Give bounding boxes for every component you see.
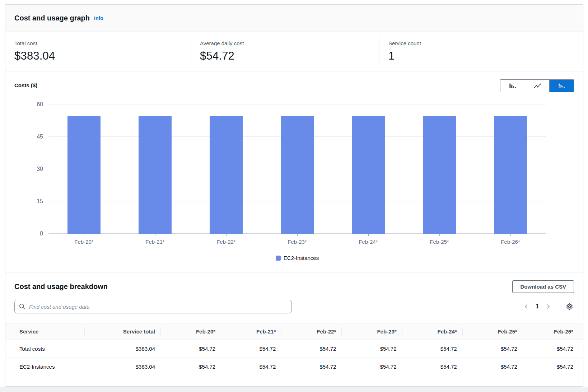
cost-breakdown-table: ServiceService totalFeb-20*Feb-21*Feb-22… bbox=[5, 323, 583, 376]
x-axis-tick bbox=[297, 234, 298, 236]
bar-chart-toggle-button[interactable] bbox=[500, 80, 525, 92]
x-axis-tick bbox=[226, 234, 227, 236]
previous-page-button[interactable] bbox=[522, 302, 531, 311]
stat-value: $54.72 bbox=[200, 50, 379, 62]
y-axis-tick-label: 30 bbox=[18, 166, 43, 172]
cost-value-cell: $54.72 bbox=[160, 340, 221, 358]
bar-slot bbox=[333, 104, 404, 234]
column-header: Feb-26* bbox=[523, 323, 583, 340]
search-box bbox=[14, 300, 292, 313]
x-axis-tick bbox=[510, 234, 511, 236]
bar-slot bbox=[48, 104, 120, 234]
bar-slot bbox=[191, 104, 262, 234]
stat-label: Total cost bbox=[14, 40, 191, 46]
stat-service-count: Service count 1 bbox=[379, 37, 583, 66]
chart-bar-feb-21[interactable] bbox=[139, 116, 172, 234]
chart-bar-feb-20[interactable] bbox=[67, 116, 101, 234]
column-header: Feb-21* bbox=[221, 323, 281, 340]
x-axis-tick bbox=[155, 234, 155, 236]
column-header: Feb-20* bbox=[160, 323, 221, 340]
cost-value-cell: $383.04 bbox=[84, 340, 160, 358]
stat-value: $383.04 bbox=[14, 50, 191, 62]
x-axis-tick bbox=[84, 234, 84, 236]
cost-value-cell: $54.72 bbox=[402, 340, 462, 358]
y-axis-tick-label: 0 bbox=[18, 230, 43, 237]
chart-type-toggle-group bbox=[500, 79, 574, 92]
column-header: Feb-23* bbox=[341, 323, 402, 340]
chart-bar-feb-23[interactable] bbox=[281, 116, 314, 234]
search-input[interactable] bbox=[14, 300, 292, 313]
cost-value-cell: $54.72 bbox=[160, 358, 221, 376]
y-axis-tick-label: 15 bbox=[18, 198, 43, 205]
cost-value-cell: $54.72 bbox=[462, 358, 523, 376]
x-axis-label: Feb-23* bbox=[262, 239, 333, 245]
table-preferences-button[interactable] bbox=[565, 302, 574, 311]
pager-divider bbox=[559, 302, 559, 311]
bar-chart-icon bbox=[509, 82, 516, 89]
chart-bar-feb-24[interactable] bbox=[352, 116, 385, 234]
chart-x-axis-labels: Feb-20*Feb-21*Feb-22*Feb-23*Feb-24*Feb-2… bbox=[48, 239, 546, 245]
cost-usage-card: Cost and usage graph Info Total cost $38… bbox=[5, 4, 583, 387]
column-header: Service bbox=[5, 323, 84, 340]
cost-value-cell: $54.72 bbox=[523, 340, 583, 358]
line-chart-icon bbox=[534, 82, 541, 89]
info-link[interactable]: Info bbox=[94, 15, 103, 21]
cost-value-cell: $54.72 bbox=[402, 358, 462, 376]
bar-slot bbox=[404, 104, 475, 234]
x-axis-label: Feb-26* bbox=[475, 239, 546, 245]
service-name-cell: Total costs bbox=[5, 340, 84, 358]
x-axis-label: Feb-22* bbox=[191, 239, 262, 245]
cost-value-cell: $54.72 bbox=[341, 340, 402, 358]
y-axis-tick-label: 60 bbox=[18, 101, 43, 108]
column-header: Feb-25* bbox=[462, 323, 523, 340]
x-axis-label: Feb-21* bbox=[120, 239, 191, 245]
x-axis-label: Feb-25* bbox=[404, 239, 475, 245]
summary-stats: Total cost $383.04 Average daily cost $5… bbox=[5, 32, 583, 71]
line-chart-toggle-button[interactable] bbox=[525, 80, 549, 92]
stat-total-cost: Total cost $383.04 bbox=[5, 37, 191, 66]
x-axis-label: Feb-24* bbox=[333, 239, 404, 245]
cost-value-cell: $54.72 bbox=[221, 340, 281, 358]
table-row: EC2-Instances$383.04$54.72$54.72$54.72$5… bbox=[5, 358, 583, 376]
stacked-bar-chart-toggle-button[interactable] bbox=[549, 80, 574, 92]
y-axis-tick-label: 45 bbox=[18, 134, 43, 140]
chart-bar-feb-22[interactable] bbox=[210, 116, 243, 234]
table-row: Total costs$383.04$54.72$54.72$54.72$54.… bbox=[5, 340, 583, 358]
cost-value-cell: $54.72 bbox=[281, 340, 341, 358]
bar-slot bbox=[120, 104, 191, 234]
chart-y-axis-title: Costs ($) bbox=[14, 79, 37, 88]
legend-swatch bbox=[276, 256, 281, 261]
pagination: 1 bbox=[522, 302, 574, 311]
bar-slot bbox=[475, 104, 546, 234]
column-header: Feb-22* bbox=[281, 323, 341, 340]
search-icon bbox=[19, 303, 25, 310]
chevron-left-icon bbox=[523, 304, 529, 309]
x-axis-tick bbox=[368, 234, 369, 236]
stat-value: 1 bbox=[388, 50, 583, 62]
bar-chart-plot: 015304560 bbox=[48, 104, 546, 234]
cost-value-cell: $54.72 bbox=[462, 340, 523, 358]
chart-bar-feb-26[interactable] bbox=[494, 116, 527, 234]
chart-bar-feb-25[interactable] bbox=[423, 116, 456, 234]
download-csv-button[interactable]: Download as CSV bbox=[512, 280, 574, 293]
chevron-right-icon bbox=[545, 304, 551, 309]
bar-slot bbox=[262, 104, 333, 234]
current-page-number[interactable]: 1 bbox=[536, 303, 539, 310]
breakdown-title: Cost and usage breakdown bbox=[14, 283, 108, 291]
cost-value-cell: $54.72 bbox=[221, 358, 281, 376]
cost-value-cell: $54.72 bbox=[281, 358, 341, 376]
chart-legend: EC2-Instances bbox=[48, 255, 546, 261]
legend-label: EC2-Instances bbox=[284, 255, 319, 261]
gear-icon bbox=[566, 303, 573, 311]
page-title: Cost and usage graph bbox=[14, 14, 90, 22]
cost-value-cell: $383.04 bbox=[84, 358, 160, 376]
table-header-row: ServiceService totalFeb-20*Feb-21*Feb-22… bbox=[5, 323, 583, 340]
card-header: Cost and usage graph Info bbox=[5, 5, 583, 32]
service-name-cell: EC2-Instances bbox=[5, 358, 84, 376]
next-page-button[interactable] bbox=[544, 302, 552, 311]
cost-value-cell: $54.72 bbox=[341, 358, 402, 376]
stat-label: Service count bbox=[388, 40, 583, 46]
column-header: Service total bbox=[84, 323, 160, 340]
x-axis-tick bbox=[439, 234, 440, 236]
cost-breakdown-table-wrap: ServiceService totalFeb-20*Feb-21*Feb-22… bbox=[5, 323, 583, 386]
